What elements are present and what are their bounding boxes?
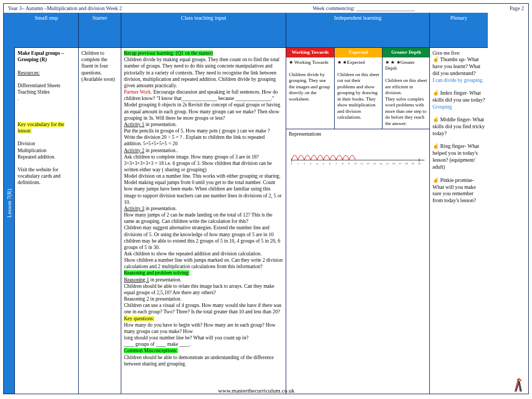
wt-label: Working Towards bbox=[293, 60, 328, 65]
lesson-plan-page: Year 3– Autumn –Multiplication and divis… bbox=[3, 3, 529, 394]
ring-item: ☝ Ring finger- What helped you in today'… bbox=[433, 143, 479, 169]
svg-text:12: 12 bbox=[367, 162, 370, 165]
svg-text:3: 3 bbox=[310, 162, 312, 165]
svg-text:19: 19 bbox=[412, 162, 415, 165]
thumb-answer: I can divide by grouping. bbox=[433, 78, 484, 83]
thumb-item: ☝ Thumbs up- What have you learnt? What … bbox=[433, 56, 480, 76]
activity2-h: Activity 2 bbox=[124, 148, 144, 153]
middle-item: ☝ Middle finger- What skills did you fin… bbox=[433, 117, 485, 136]
activity2-body: Ask children to complete image. How many… bbox=[124, 154, 281, 205]
svg-text:5: 5 bbox=[323, 162, 325, 165]
ex-body: Children on this sheet cut out their pro… bbox=[337, 72, 379, 120]
teaching-cell: Recap previous learning: (Q1 on the star… bbox=[121, 47, 286, 394]
gd-body: Children on this sheet are efficient in … bbox=[385, 78, 427, 126]
misconceptions-heading: Common Misconceptions: bbox=[124, 348, 178, 353]
svg-text:17: 17 bbox=[399, 162, 402, 165]
star-icon: ★ ★ bbox=[337, 60, 347, 65]
model-text: Model grouping 6 objects in 2s Revisit t… bbox=[124, 102, 280, 120]
col-starter: Starter bbox=[78, 13, 121, 47]
reasoning1-tail: in presentation. bbox=[149, 277, 181, 282]
svg-text:18: 18 bbox=[405, 162, 409, 165]
svg-text:7: 7 bbox=[336, 162, 337, 165]
svg-text:13: 13 bbox=[373, 162, 377, 165]
header-page: Page 2 bbox=[510, 5, 524, 11]
header-week: Week commencing: ______________________ bbox=[313, 5, 415, 11]
ex-label: Expected bbox=[347, 60, 364, 65]
activity1-body: Put the pencils in groups of 5. How many… bbox=[124, 128, 270, 146]
reasoning1-h: Reasoning 1 bbox=[124, 277, 149, 282]
representations: Representations bbox=[286, 129, 430, 394]
wt-body: Children divide by grouping. They use th… bbox=[289, 72, 330, 102]
resources-text: Differentiated Sheets Teaching Slides . bbox=[18, 82, 76, 102]
reasoning2-body: Reasoning 2 in presentation. Children ca… bbox=[124, 296, 281, 314]
expected: Expected ★ ★Expected Children on this sh… bbox=[334, 48, 382, 129]
svg-text:1: 1 bbox=[297, 162, 299, 165]
svg-text:16: 16 bbox=[393, 162, 396, 165]
col-small-step: Small step bbox=[14, 13, 78, 47]
activity3-tail: in presentation. bbox=[144, 206, 177, 211]
svg-text:20: 20 bbox=[418, 162, 421, 165]
svg-text:8: 8 bbox=[342, 162, 344, 165]
gd-header: Greater Depth bbox=[383, 48, 430, 57]
top-bar: Year 3– Autumn –Multiplication and divis… bbox=[4, 4, 528, 13]
teaching-p1: Children divide by making equal groups. … bbox=[124, 57, 279, 88]
partner-label: Partner Work. bbox=[124, 89, 152, 95]
starter-cell: Children to complete the fluent in four … bbox=[78, 47, 121, 394]
site-note: Visit the website for vocabulary cards a… bbox=[18, 167, 76, 186]
logo-icon bbox=[513, 378, 526, 395]
reasoning1-body: Children should be able to relate this i… bbox=[124, 284, 275, 295]
misconceptions-body: Children should be able to demonstrate a… bbox=[124, 355, 274, 367]
vocab-list: Division Multiplication Repeated additio… bbox=[18, 140, 76, 160]
star-icon: ★ bbox=[289, 60, 293, 65]
header-left: Year 3– Autumn –Multiplication and divis… bbox=[8, 5, 122, 11]
reasoning-heading: Reasoning and problem solving: bbox=[124, 270, 189, 276]
svg-text:6: 6 bbox=[329, 162, 331, 165]
svg-text:4: 4 bbox=[317, 162, 318, 165]
svg-text:0: 0 bbox=[291, 162, 293, 165]
reps-label: Representations bbox=[289, 131, 321, 137]
plenary-title: Give me five: bbox=[433, 51, 460, 56]
svg-text:9: 9 bbox=[348, 162, 350, 165]
star-icon: ★ ★ ★ bbox=[385, 60, 401, 65]
recap-heading: Recap previous learning: (Q1 on the star… bbox=[124, 51, 213, 56]
index-item: ☝ Index finger- What skills did you use … bbox=[433, 90, 485, 103]
main-grid: Lesson 7(R) Small step Starter Class tea… bbox=[4, 13, 528, 394]
svg-text:15: 15 bbox=[386, 162, 389, 165]
ex-header: Expected bbox=[335, 48, 382, 57]
resources-label: Resources: bbox=[18, 70, 76, 76]
vocab-heading: Key vocabulary for the lesson: bbox=[18, 122, 64, 134]
greater-depth: Greater Depth ★ ★ ★Greater Depth Childre… bbox=[382, 48, 430, 129]
activity1-tail: in presentation. bbox=[144, 122, 177, 127]
activity3-h: Activity 3 bbox=[124, 206, 144, 211]
svg-text:10: 10 bbox=[354, 162, 358, 165]
small-step-cell: Make Equal groups – Grouping (R) Resourc… bbox=[14, 47, 78, 394]
activity2-tail: in presentation.. bbox=[144, 148, 178, 153]
svg-text:14: 14 bbox=[380, 162, 383, 165]
svg-text:2: 2 bbox=[304, 162, 305, 165]
activity1-h: Activity 1 bbox=[124, 122, 144, 127]
columns: Small step Starter Class teaching input … bbox=[14, 13, 528, 394]
lesson-number-tab: Lesson 7(R) bbox=[4, 13, 14, 394]
independent-cell: Working Towards ★ Working Towards Childr… bbox=[286, 47, 429, 394]
key-questions-body: How many do you have to begin with? How … bbox=[124, 322, 276, 347]
number-line: 0123 4567 8910 11121314 15161718 1920 bbox=[289, 144, 427, 165]
svg-text:11: 11 bbox=[361, 162, 363, 165]
working-towards: Working Towards ★ Working Towards Childr… bbox=[286, 48, 334, 129]
wt-header: Working Towards bbox=[286, 48, 334, 57]
footer-url: www.masterthecurriculum.co.uk bbox=[218, 387, 295, 394]
col-plenary: Plenary bbox=[429, 13, 488, 47]
activity3-body: How many jumps of 2 can be made landing … bbox=[124, 212, 282, 269]
col-independent: Independent learning bbox=[286, 13, 429, 47]
index-answer: Grouping bbox=[433, 104, 452, 110]
pinkie-item: ☝ Pinkie promise- What will you make sur… bbox=[433, 177, 476, 203]
key-questions-heading: Key questions: bbox=[124, 316, 154, 321]
plenary-cell: Give me five: ☝ Thumbs up- What have you… bbox=[429, 47, 488, 394]
step-title: Make Equal groups – Grouping (R) bbox=[18, 50, 76, 63]
col-teaching: Class teaching input bbox=[121, 13, 286, 47]
